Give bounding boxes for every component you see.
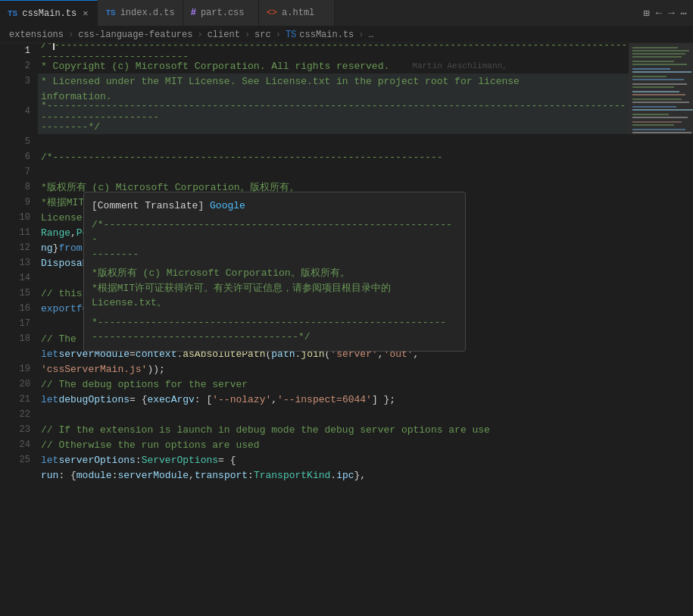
tooltip-line-2: --------: [92, 247, 457, 262]
code-line-21: [38, 407, 629, 422]
code-area[interactable]: /*--------------------------------------…: [38, 43, 693, 599]
breadcrumb-sep-4: ›: [276, 30, 281, 40]
tab-partCss-label: part.css: [201, 8, 245, 18]
line-23-text: // Otherwise the run options are used: [41, 439, 260, 451]
line-num-2: 2: [0, 58, 30, 73]
tooltip-line-7: -----------------------------------*/: [92, 330, 457, 345]
tooltip-line-5: License.txt。: [92, 295, 457, 311]
tooltip-line-3: *版权所有 (c) Microsoft Corporation。版权所有。: [92, 266, 457, 281]
ts-icon: TS: [8, 9, 17, 18]
tab-indexDts[interactable]: TS index.d.ts: [98, 0, 183, 26]
minimap-viewport[interactable]: [629, 43, 693, 134]
line-num-17: 17: [0, 316, 30, 331]
line-num-6: 6: [0, 149, 30, 164]
breadcrumb-sep-2: ›: [197, 30, 202, 40]
minimap: [629, 43, 693, 599]
tooltip-google-link[interactable]: Google: [210, 200, 245, 211]
line-4b-text: --------*/: [41, 121, 100, 133]
blame-line-1: /*--------------------------------------…: [38, 43, 629, 58]
line-num-13: 13: [0, 255, 30, 270]
line-22-text: // If the extension is launch in debug m…: [41, 424, 490, 436]
breadcrumb-sep-3: ›: [245, 30, 250, 40]
blame-line-2: * Copyright (c) Microsoft Corporation. A…: [38, 58, 629, 73]
tooltip-line-6: *---------------------------------------…: [92, 315, 457, 330]
translate-tooltip: [Comment Translate] Google /*-----------…: [83, 192, 466, 352]
blame-author: Martin Aeschlimann,: [412, 61, 507, 70]
tab-aHtml-label: a.html: [282, 8, 314, 18]
more-actions-icon[interactable]: ⋯: [681, 7, 687, 20]
line-2-code: * Copyright (c) Microsoft Corporation. A…: [41, 61, 389, 72]
line-num-18: 18: [0, 331, 30, 346]
breadcrumb: extensions › css-language-features › cli…: [0, 27, 693, 43]
tab-indexDts-label: index.d.ts: [120, 8, 175, 18]
line-6-text: /*--------------------------------------…: [41, 152, 443, 163]
line-num-23: 23: [0, 422, 30, 437]
css-icon: #: [191, 8, 196, 18]
breadcrumb-sep-1: ›: [68, 30, 73, 40]
line-num-20: 20: [0, 377, 30, 392]
tab-cssMain[interactable]: TS cssMain.ts ✕: [0, 0, 98, 26]
tab-close-cssMain[interactable]: ✕: [81, 8, 89, 19]
code-line-3: * Licensed under the MIT License. See Li…: [38, 73, 629, 89]
line-num-5: 5: [0, 134, 30, 149]
code-line-19: // The debug options for the server: [38, 377, 629, 392]
tab-actions: ⊞ ← → ⋯: [637, 0, 693, 26]
line-num-15: 15: [0, 286, 30, 301]
line-num-24: 24: [0, 437, 30, 452]
code-line-25: run: { module: serverModule, transport: …: [38, 467, 629, 483]
line-num-1: 1: [0, 43, 30, 58]
breadcrumb-extensions[interactable]: extensions: [9, 30, 64, 40]
line-num-12: 12: [0, 240, 30, 255]
code-line-22: // If the extension is launch in debug m…: [38, 422, 629, 437]
editor: 1 2 3 4 5 6 7 8 9 10 11 12 13 14 15 16 1…: [0, 43, 693, 599]
code-line-23: // Otherwise the run options are used: [38, 437, 629, 452]
line-num-3b: [0, 89, 30, 104]
line-3-text: * Licensed under the MIT License. See Li…: [41, 76, 520, 87]
navigate-back-icon[interactable]: ←: [656, 7, 662, 19]
breadcrumb-src[interactable]: src: [254, 30, 271, 40]
code-line-5: [38, 134, 629, 149]
line-numbers: 1 2 3 4 5 6 7 8 9 10 11 12 13 14 15 16 1…: [0, 43, 38, 599]
line-num-9: 9: [0, 195, 30, 210]
line-num-11: 11: [0, 225, 30, 240]
line-num-18b: [0, 346, 30, 361]
line-num-3: 3: [0, 73, 30, 89]
tooltip-title: [Comment Translate] Google: [92, 199, 457, 214]
line-num-16: 16: [0, 301, 30, 316]
line-num-7: 7: [0, 164, 30, 180]
line-num-4b: [0, 119, 30, 134]
code-line-4: *---------------------------------------…: [38, 104, 629, 119]
breadcrumb-file[interactable]: cssMain.ts: [299, 30, 354, 40]
breadcrumb-ellipsis[interactable]: …: [369, 30, 374, 40]
line-num-21: 21: [0, 392, 30, 407]
line-num-4: 4: [0, 104, 30, 119]
code-line-20: let debugOptions = { execArgv: ['--nolaz…: [38, 392, 629, 407]
breadcrumb-sep-5: ›: [358, 30, 364, 40]
tab-cssMain-label: cssMain.ts: [22, 8, 76, 19]
code-line-24: let serverOptions: ServerOptions = {: [38, 452, 629, 467]
navigate-forward-icon[interactable]: →: [668, 7, 674, 19]
html-icon: <>: [267, 8, 277, 18]
tooltip-line-4: *根据MIT许可证获得许可。有关许可证信息，请参阅项目根目录中的: [92, 281, 457, 296]
breadcrumb-client[interactable]: client: [208, 30, 240, 40]
breadcrumb-ts-icon: TS: [286, 30, 296, 40]
tab-partCss[interactable]: # part.css: [183, 0, 259, 26]
line-num-14: 14: [0, 270, 30, 286]
tab-aHtml[interactable]: <> a.html: [259, 0, 335, 26]
tooltip-body: /*--------------------------------------…: [92, 217, 457, 345]
split-editor-icon[interactable]: ⊞: [643, 7, 649, 20]
line-num-10: 10: [0, 210, 30, 225]
code-line-7: [38, 164, 629, 180]
line-num-8: 8: [0, 180, 30, 195]
ts-icon-2: TS: [105, 8, 115, 17]
line-num-25: 25: [0, 452, 30, 467]
line-15-export: export: [41, 303, 76, 314]
tooltip-line-1: /*--------------------------------------…: [92, 217, 457, 247]
line-num-19: 19: [0, 361, 30, 377]
line-num-22: 22: [0, 407, 30, 422]
code-line-6: /*--------------------------------------…: [38, 149, 629, 164]
code-line-4b: --------*/: [38, 119, 629, 134]
tooltip-prefix: [Comment Translate]: [92, 200, 210, 211]
breadcrumb-css-lang[interactable]: css-language-features: [78, 30, 192, 40]
line-19-text: // The debug options for the server: [41, 379, 248, 390]
